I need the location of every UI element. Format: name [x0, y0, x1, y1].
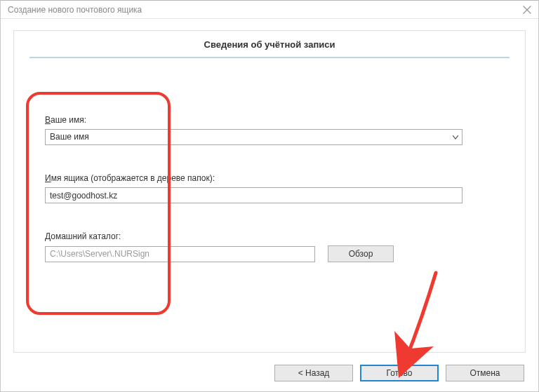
home-label: Домашний каталог:: [45, 231, 469, 241]
chevron-down-icon: [449, 130, 462, 144]
home-group: Домашний каталог: Обзор: [45, 231, 469, 262]
name-group: Ваше имя: Ваше имя: [45, 115, 469, 145]
home-input[interactable]: [45, 246, 315, 262]
close-icon[interactable]: [521, 4, 533, 15]
cancel-button[interactable]: Отмена: [446, 365, 524, 381]
name-select-value: Ваше имя: [46, 130, 449, 144]
form-area: Ваше имя: Ваше имя Имя ящика (отображает…: [45, 115, 469, 262]
wizard-buttons: < Назад Готово Отмена: [274, 365, 524, 381]
finish-button[interactable]: Готово: [360, 365, 439, 381]
mailbox-label: Имя ящика (отображается в дереве папок):: [45, 173, 469, 183]
name-label: Ваше имя:: [45, 115, 469, 125]
panel-heading: Сведения об учётной записи: [14, 39, 525, 50]
back-button[interactable]: < Назад: [274, 365, 353, 381]
heading-underline: [29, 57, 510, 58]
client-area: Сведения об учётной записи Ваше имя: Ваш…: [1, 19, 538, 391]
window-title: Создание нового почтового ящика: [8, 5, 521, 15]
wizard-panel: Сведения об учётной записи Ваше имя: Ваш…: [13, 30, 526, 353]
wizard-window: Создание нового почтового ящика Сведения…: [0, 0, 539, 392]
name-select[interactable]: Ваше имя: [45, 129, 463, 145]
mailbox-input[interactable]: [45, 187, 463, 203]
mailbox-group: Имя ящика (отображается в дереве папок):: [45, 173, 469, 203]
browse-button[interactable]: Обзор: [328, 245, 394, 262]
titlebar: Создание нового почтового ящика: [1, 1, 538, 19]
